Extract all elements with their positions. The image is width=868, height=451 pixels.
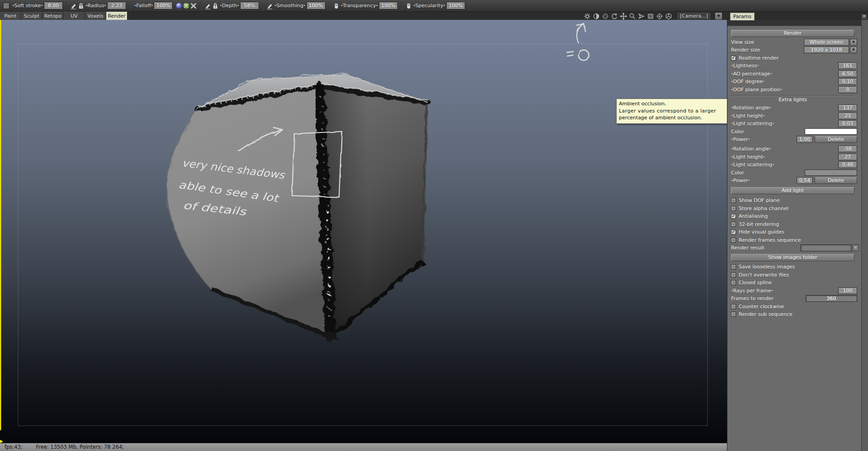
params-panel-tab[interactable]: Params: [730, 13, 755, 20]
depth-value[interactable]: 58%: [240, 2, 259, 9]
rays-per-frame-value[interactable]: 100: [838, 287, 857, 294]
spin-left-icon[interactable]: ◂: [134, 4, 136, 7]
render-size-dropdown[interactable]: 1920 x 1018: [804, 47, 849, 53]
spin-left-icon[interactable]: ◂: [731, 179, 733, 182]
show-dof-plane-checkbox[interactable]: [731, 198, 736, 203]
spin-left-icon[interactable]: ◂: [731, 72, 733, 75]
spin-left-icon[interactable]: ◂: [731, 80, 733, 83]
dof-degree-value[interactable]: 0.10: [838, 78, 857, 85]
light1-scatter-label[interactable]: ◂Light scattering▸: [731, 121, 838, 127]
tab-uv[interactable]: UV: [64, 12, 85, 20]
mouse-icon[interactable]: [405, 2, 412, 9]
save-looseless-checkbox[interactable]: [731, 264, 736, 269]
spin-left-icon[interactable]: ◂: [731, 114, 733, 117]
spin-right-icon[interactable]: ▸: [757, 64, 759, 67]
counter-clockwise-checkbox[interactable]: [731, 304, 736, 309]
render-result-field[interactable]: [801, 244, 851, 251]
realtime-render-checkbox[interactable]: [731, 56, 736, 61]
light2-rotation-label[interactable]: ◂Rotation angle▸: [731, 146, 838, 152]
spin-left-icon[interactable]: ◂: [220, 4, 222, 7]
spin-left-icon[interactable]: ◂: [731, 163, 733, 166]
render-size-dropdown-arrow[interactable]: ▼: [850, 47, 857, 53]
spin-right-icon[interactable]: ▸: [773, 122, 774, 125]
ao-percentage-label[interactable]: ◂AO percentage▸: [731, 71, 838, 77]
gray-cross-icon[interactable]: [190, 2, 197, 9]
tab-sculpt[interactable]: Sculpt: [21, 12, 42, 20]
smoothing-label[interactable]: ◂Smoothing▸: [274, 3, 305, 9]
light2-height-value[interactable]: 27: [838, 154, 857, 160]
light2-color-swatch[interactable]: [805, 169, 857, 176]
render-result-clear-icon[interactable]: ✕: [852, 244, 859, 251]
spin-right-icon[interactable]: ▸: [104, 4, 106, 7]
specularity-label[interactable]: ◂Specularity▸: [413, 3, 445, 9]
depth-label[interactable]: ◂Depth▸: [220, 3, 239, 9]
add-light-button[interactable]: Add light: [731, 187, 854, 194]
render-frames-sequence-checkbox[interactable]: [731, 238, 736, 243]
lock-icon[interactable]: [77, 2, 85, 9]
zoom-icon[interactable]: [629, 13, 636, 20]
view-size-dropdown-arrow[interactable]: ▼: [850, 39, 857, 46]
spin-right-icon[interactable]: ▸: [781, 88, 783, 91]
spin-left-icon[interactable]: ◂: [731, 147, 733, 150]
spin-right-icon[interactable]: ▸: [749, 179, 750, 182]
light2-height-label[interactable]: ◂Light height▸: [731, 154, 838, 160]
spin-right-icon[interactable]: ▸: [304, 4, 306, 7]
pen-pressure-icon[interactable]: [266, 2, 274, 9]
dof-plane-label[interactable]: ◂DOF plane position▸: [731, 87, 838, 93]
closed-spline-checkbox[interactable]: [731, 280, 736, 285]
transparency-value[interactable]: 100%: [379, 2, 398, 9]
transparency-label[interactable]: ◂Transparency▸: [341, 3, 378, 9]
spin-right-icon[interactable]: ▸: [42, 4, 43, 7]
light-icon[interactable]: [584, 13, 591, 20]
dof-degree-label[interactable]: ◂DOF degree▸: [731, 79, 838, 85]
hide-visual-guides-checkbox[interactable]: [731, 230, 736, 235]
spin-right-icon[interactable]: ▸: [764, 155, 765, 159]
flash-icon[interactable]: [602, 13, 609, 20]
panel-close-icon[interactable]: ✕: [861, 14, 868, 20]
soft-stroke-value[interactable]: 8.00: [44, 2, 63, 9]
dont-overwrite-checkbox[interactable]: [731, 272, 736, 277]
light1-rotation-value[interactable]: 137: [838, 104, 857, 111]
lock-icon[interactable]: [212, 2, 219, 9]
spin-left-icon[interactable]: ◂: [731, 122, 733, 125]
spin-left-icon[interactable]: ◂: [731, 64, 733, 67]
frames-to-render-field[interactable]: 360: [806, 295, 857, 302]
light1-color-swatch[interactable]: [805, 128, 857, 135]
lightness-value[interactable]: 161: [838, 62, 857, 69]
spin-left-icon[interactable]: ◂: [731, 138, 733, 141]
pan-icon[interactable]: [620, 13, 627, 20]
camera-dropdown-arrow[interactable]: ▼: [715, 12, 722, 20]
dof-plane-value[interactable]: 0: [838, 86, 857, 93]
smoothing-value[interactable]: 100%: [307, 2, 326, 9]
light1-rotation-label[interactable]: ◂Rotation angle▸: [731, 105, 838, 111]
light2-power-value[interactable]: 0.54: [797, 177, 813, 184]
light1-scatter-value[interactable]: 0.03: [838, 120, 857, 127]
spin-left-icon[interactable]: ◂: [731, 155, 733, 159]
light1-power-value[interactable]: 1.00: [797, 136, 813, 143]
green-cross-icon[interactable]: [183, 2, 190, 9]
panel-scrollbar[interactable]: [861, 20, 868, 451]
light2-delete-button[interactable]: Delete: [815, 177, 857, 184]
store-alpha-checkbox[interactable]: [731, 206, 736, 211]
falloff-value[interactable]: 100%: [154, 2, 173, 9]
tab-retopo[interactable]: Retopo: [42, 12, 64, 20]
spin-right-icon[interactable]: ▸: [772, 289, 774, 292]
spin-right-icon[interactable]: ▸: [151, 4, 153, 7]
render-sub-sequence-checkbox[interactable]: [731, 312, 736, 317]
spin-right-icon[interactable]: ▸: [443, 4, 445, 7]
light2-scatter-value[interactable]: 0.48: [838, 161, 857, 168]
spin-right-icon[interactable]: ▸: [771, 72, 773, 75]
antialiasing-checkbox[interactable]: [731, 214, 736, 219]
mouse-icon[interactable]: [333, 2, 340, 9]
pick-arrow-icon[interactable]: [638, 13, 645, 20]
32bit-rendering-checkbox[interactable]: [731, 222, 736, 227]
spin-left-icon[interactable]: ◂: [85, 4, 87, 7]
spin-right-icon[interactable]: ▸: [764, 114, 765, 117]
spin-left-icon[interactable]: ◂: [731, 88, 733, 91]
light2-rotation-value[interactable]: -58: [838, 146, 857, 152]
specularity-value[interactable]: 100%: [446, 2, 465, 9]
tab-render[interactable]: Render: [106, 12, 127, 20]
light1-delete-button[interactable]: Delete: [815, 136, 857, 143]
tab-paint[interactable]: Paint: [0, 12, 21, 20]
radius-label[interactable]: ◂Radius▸: [85, 3, 106, 9]
